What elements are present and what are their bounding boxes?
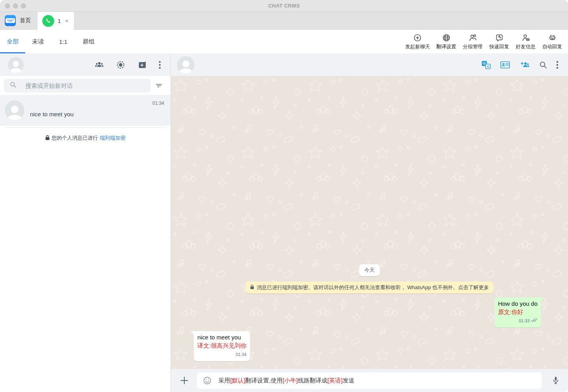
sidebar-header [0, 53, 170, 76]
whatsapp-icon [42, 15, 54, 27]
chat-pane: 中A [171, 53, 568, 392]
quick-reply-button[interactable]: 快速回复 [489, 33, 509, 50]
tab-all[interactable]: 全部 [0, 30, 25, 53]
search-box[interactable] [4, 79, 151, 93]
chat-item-preview: nice to meet you [30, 111, 164, 117]
action-label: 翻译设置 [436, 44, 456, 50]
tab-home-label: 首页 [20, 17, 31, 24]
chat-list-item[interactable]: 01:34 nice to meet you [0, 95, 170, 126]
chat-kebab-menu-icon[interactable] [556, 60, 559, 70]
message-text: nice to meet you [197, 333, 246, 341]
message-translation-note: 译文:很高兴见到你 [197, 341, 246, 350]
composer-placeholder: 采用[默认]翻译设置,使用[小牛]线路翻译成[英语]发送 [218, 377, 354, 384]
translate-icon[interactable]: 中A [481, 60, 491, 70]
status-icon[interactable] [116, 60, 125, 70]
lock-icon [250, 284, 254, 291]
globe-icon [442, 33, 451, 42]
search-input[interactable] [25, 82, 146, 89]
encryption-banner-text: 消息已进行端到端加密。该对话以外的任何人都无法查看和收听， WhatsApp 也… [257, 284, 489, 291]
tab-close-icon[interactable]: × [64, 18, 69, 24]
message-time: 01:33 [519, 317, 530, 325]
tab-unread[interactable]: 未读 [25, 30, 51, 53]
emoji-icon[interactable] [203, 376, 212, 385]
action-label: 好友信息 [516, 44, 536, 50]
kebab-menu-icon[interactable] [159, 60, 161, 70]
my-avatar[interactable] [8, 57, 24, 73]
filter-tabs: 全部 未读 1:1 群组 [0, 30, 101, 53]
contact-avatar [5, 100, 25, 120]
message-time: 01:34 [236, 350, 247, 358]
two-people-icon [468, 33, 477, 42]
action-label: 自动回复 [542, 44, 562, 50]
filter-icon[interactable] [151, 82, 167, 89]
add-friend-icon[interactable] [519, 60, 530, 70]
tab-one-to-one[interactable]: 1:1 [51, 30, 76, 53]
tab-home[interactable]: CHATCRMS 首页 [0, 12, 38, 29]
message-incoming: nice to meet you 译文:很高兴见到你 01:34 [194, 331, 250, 361]
composer-bar: 采用[默认]翻译设置,使用[小牛]线路翻译成[英语]发送 [171, 369, 568, 392]
action-label: 发起新聊天 [405, 44, 430, 50]
lock-icon [45, 135, 50, 142]
chat-header: 中A [171, 53, 568, 76]
titlebar: CHAT CRMS [0, 0, 568, 12]
tab-groups[interactable]: 群组 [76, 30, 101, 53]
encryption-note-text: 您的个人消息已进行 [52, 134, 98, 142]
app-logo-icon: CHATCRMS [5, 15, 16, 26]
chat-contact-avatar[interactable] [177, 56, 195, 74]
message-input[interactable]: 采用[默认]翻译设置,使用[小牛]线路翻译成[英语]发送 [197, 372, 542, 389]
message-original-note: 原文:你好 [498, 308, 538, 316]
encryption-link[interactable]: 端到端加密 [100, 134, 126, 142]
action-label: 分组管理 [463, 44, 483, 50]
message-text: How do you do [498, 300, 538, 308]
new-chat-icon[interactable] [137, 60, 147, 70]
message-outgoing: How do you do 原文:你好 01:33 [494, 297, 541, 328]
bubble-undo-arrow-icon [495, 33, 504, 42]
toolbar-actions: 发起新聊天 翻译设置 分组管理 快速回复 [405, 30, 568, 53]
chat-search-icon[interactable] [539, 61, 547, 69]
window-title: CHAT CRMS [0, 3, 568, 9]
mic-icon[interactable] [550, 376, 562, 385]
encryption-note: 您的个人消息已进行端到端加密 [0, 134, 170, 142]
date-badge: 今天 [359, 264, 380, 276]
search-icon [9, 81, 17, 90]
tab-strip: CHATCRMS 首页 1 × [0, 12, 568, 30]
translate-settings-button[interactable]: 翻译设置 [436, 33, 456, 50]
nav-row: 全部 未读 1:1 群组 发起新聊天 翻译设置 分组 [0, 30, 568, 53]
contact-card-icon[interactable] [500, 60, 510, 70]
encryption-banner[interactable]: 消息已进行端到端加密。该对话以外的任何人都无法查看和收听， WhatsApp 也… [245, 282, 494, 294]
divider [6, 127, 167, 128]
main-area: 01:34 nice to meet you 您的个人消息已进行端到端加密 中A [0, 53, 568, 392]
auto-reply-button[interactable]: 自动回复 [542, 33, 562, 50]
action-label: 快速回复 [489, 44, 509, 50]
communities-icon[interactable] [95, 60, 104, 70]
tab-whatsapp[interactable]: 1 × [38, 12, 74, 30]
chat-wallpaper: 今天 消息已进行端到端加密。该对话以外的任何人都无法查看和收听， WhatsAp… [171, 76, 568, 369]
app-window: CHAT CRMS CHATCRMS 首页 1 × 全部 未读 1:1 群组 [0, 0, 568, 392]
double-check-icon [531, 317, 538, 325]
chat-item-time: 01:34 [152, 100, 164, 106]
sidebar: 01:34 nice to meet you 您的个人消息已进行端到端加密 [0, 53, 171, 392]
group-manage-button[interactable]: 分组管理 [462, 33, 483, 50]
robot-face-icon [548, 33, 557, 42]
person-card-icon [521, 33, 530, 42]
new-chat-action-button[interactable]: 发起新聊天 [405, 33, 430, 50]
friend-info-button[interactable]: 好友信息 [515, 33, 536, 50]
plus-circle-icon [413, 33, 422, 42]
attach-plus-icon[interactable] [180, 376, 189, 385]
search-row [0, 76, 170, 95]
tab-chat-count: 1 [58, 18, 61, 24]
svg-text:A: A [487, 64, 489, 68]
